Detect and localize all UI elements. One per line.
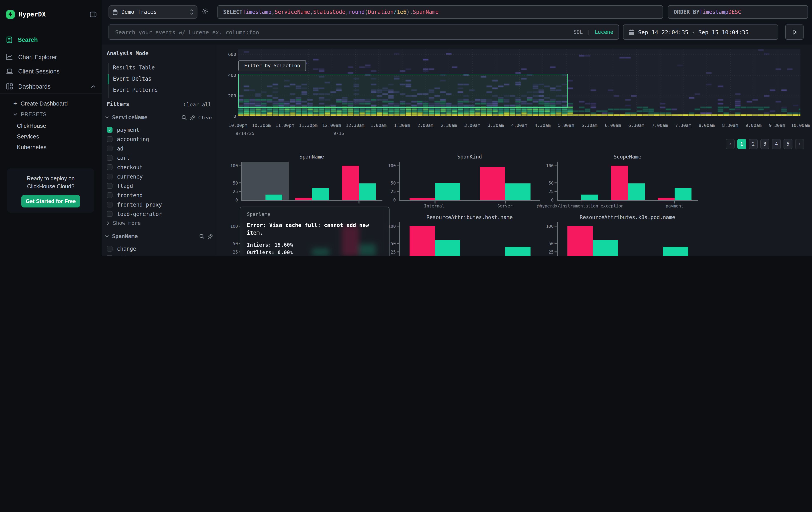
servicename-show-more[interactable]: Show more [107,220,141,226]
checkbox[interactable] [107,164,113,170]
inlier-bar[interactable] [593,240,618,256]
sidebar-item-chart-explorer[interactable]: Chart Explorer [0,51,102,63]
sidebar-collapse-icon[interactable] [90,11,96,17]
clear-all-button[interactable]: Clear all [183,102,211,108]
inlier-bar[interactable] [435,183,460,200]
sidebar-item-dashboards[interactable]: Dashboards [0,81,102,92]
chevron-down-icon[interactable] [105,235,109,238]
inlier-bar[interactable] [581,195,598,200]
analysis-mode-event-deltas[interactable]: Event Deltas [113,76,151,82]
analysis-mode-results-table[interactable]: Results Table [113,64,155,71]
gear-icon[interactable] [202,8,208,15]
filter-option-cart[interactable]: cart [102,153,216,162]
inlier-bar[interactable] [312,188,329,200]
filter-option-accounting[interactable]: accounting [102,134,216,144]
heatmap-xtick: 10:30pm [252,123,270,128]
search-icon[interactable] [181,115,187,120]
chevron-down-icon[interactable] [105,116,109,119]
filter-option-label: checkout [117,164,143,170]
outlier-bar[interactable] [568,226,593,256]
checkbox[interactable] [107,202,113,208]
inlier-bar[interactable] [265,195,282,200]
heatmap-xtick: 3:30am [488,123,503,128]
filter-option-load-generator[interactable]: load-generator [102,209,216,219]
checkbox[interactable] [107,211,113,217]
language-toggle-lucene[interactable]: Lucene [595,29,613,35]
analysis-mode-event-patterns[interactable]: Event Patterns [113,87,158,93]
mini-chart-plot[interactable]: 10050250 [557,222,698,256]
date-range-picker[interactable]: Sep 14 22:04:35 - Sep 15 10:04:35 [623,25,778,39]
inlier-bar[interactable] [435,240,460,256]
sidebar-item-search[interactable]: Search [0,34,102,46]
filter-option-flagd[interactable]: flagd [102,181,216,191]
mini-chart-plot[interactable]: 10050250 [399,162,540,201]
order-by-input[interactable]: ORDER BY Timestamp DESC [668,5,808,19]
get-started-button[interactable]: Get Started for Free [21,195,80,208]
preset-services[interactable]: Services [17,133,39,140]
checkbox[interactable]: ✓ [107,127,113,133]
checkbox[interactable] [107,155,113,161]
page-button-3[interactable]: 3 [760,139,769,149]
sidebar-item-client-sessions[interactable]: Client Sessions [0,65,102,77]
sidebar-item-label: Search [18,36,38,43]
filter-group-clear[interactable]: Clear [198,115,213,120]
preset-clickhouse[interactable]: ClickHouse [17,123,46,129]
inlier-bar[interactable] [505,183,530,200]
checkbox[interactable] [107,145,113,152]
source-select[interactable]: Demo Traces [109,5,198,19]
filter-option-click[interactable]: click [102,253,216,256]
heatmap-selection[interactable] [238,74,568,108]
page-button-1[interactable]: 1 [737,139,746,149]
language-divider: | [587,29,590,35]
inlier-bar[interactable] [628,183,645,200]
inlier-bar[interactable] [675,188,692,200]
heatmap-ytick: 600 [216,52,236,57]
y-tick-mark [554,226,557,226]
filter-option-frontend[interactable]: frontend [102,191,216,200]
mini-chart-plot[interactable]: 10050250 [557,162,698,201]
page-button-5[interactable]: 5 [784,139,792,149]
outlier-bar[interactable] [410,226,435,256]
chevron-up-icon[interactable] [91,85,96,88]
outlier-bar[interactable] [658,198,675,200]
outlier-bar[interactable] [480,167,505,200]
page-button-4[interactable]: 4 [772,139,781,149]
run-query-button[interactable] [785,25,804,39]
outlier-bar[interactable] [342,166,359,200]
filter-option-ad[interactable]: ad [102,144,216,153]
inlier-bar[interactable] [505,247,530,256]
pin-icon[interactable] [208,234,213,239]
checkbox[interactable] [107,255,113,256]
inlier-bar[interactable] [663,247,688,256]
checkbox[interactable] [107,192,113,198]
outlier-bar[interactable] [611,166,628,200]
mini-chart-plot[interactable]: 10050250 [399,222,540,256]
checkbox[interactable] [107,246,113,251]
page-next-button[interactable]: › [795,139,804,149]
filter-option-payment[interactable]: ✓payment [102,125,216,134]
create-dashboard-button[interactable]: + Create Dashboard [13,100,68,107]
mini-chart-plot[interactable]: 10050250 [241,162,382,201]
filter-option-checkout[interactable]: checkout [102,162,216,172]
page-button-2[interactable]: 2 [749,139,758,149]
search-input[interactable] [114,28,569,36]
checkbox[interactable] [107,183,113,189]
language-toggle-sql[interactable]: SQL [574,29,583,35]
search-icon[interactable] [199,234,205,239]
heatmap-xtick: 12:30am [346,123,365,128]
pin-icon[interactable] [190,115,195,120]
presets-toggle[interactable]: PRESETS [13,112,47,117]
preset-kubernetes[interactable]: Kubernetes [17,144,47,151]
inlier-bar[interactable] [359,183,376,200]
sql-select-input[interactable]: SELECT Timestamp, ServiceName, StatusCod… [218,5,663,19]
heatmap-xtick: 10:00am [791,123,810,128]
checkbox[interactable] [107,173,113,180]
outlier-bar[interactable] [295,197,312,200]
outlier-bar[interactable] [410,198,435,200]
filter-option-frontend-proxy[interactable]: frontend-proxy [102,200,216,209]
filter-by-selection-button[interactable]: Filter by Selection [238,60,306,71]
checkbox[interactable] [107,136,113,142]
filter-option-currency[interactable]: currency [102,172,216,181]
filter-option-change[interactable]: change [102,244,216,253]
page-prev-button[interactable]: ‹ [726,139,735,149]
